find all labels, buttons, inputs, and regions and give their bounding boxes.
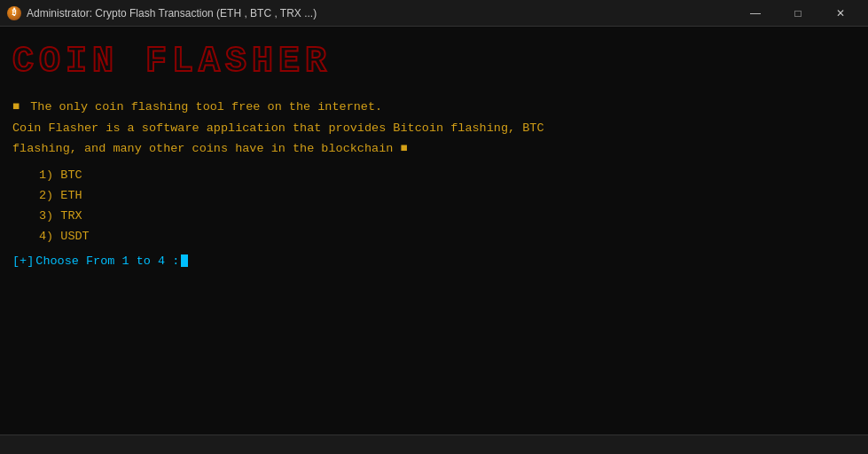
tagline-text: The only coin flashing tool free on the …	[23, 100, 382, 114]
menu-item-1: 1) BTC	[39, 166, 856, 186]
close-button[interactable]: ✕	[820, 0, 861, 27]
titlebar-controls: — □ ✕	[735, 0, 861, 27]
prompt-line[interactable]: [+] Choose From 1 to 4 :	[12, 254, 856, 268]
menu-item-2: 2) ETH	[39, 186, 856, 207]
description-line-1: Coin Flasher is a software application t…	[12, 119, 856, 138]
minimize-button[interactable]: —	[735, 0, 776, 27]
prompt-bracket: [+]	[12, 254, 34, 268]
info-icon: ■	[12, 100, 20, 114]
description-line-2: flashing, and many other coins have in t…	[12, 139, 856, 159]
cursor	[181, 254, 188, 267]
maximize-button[interactable]: □	[778, 0, 818, 27]
menu-item-4: 4) USDT	[39, 227, 856, 247]
desc-icon: ■	[400, 142, 407, 155]
menu-list: 1) BTC 2) ETH 3) TRX 4) USDT	[39, 166, 856, 247]
titlebar-left: ₿ Administrator: Crypto Flash Transactio…	[7, 6, 317, 20]
tagline-line: ■ The only coin flashing tool free on th…	[12, 98, 856, 117]
menu-item-3: 3) TRX	[39, 207, 856, 227]
app-icon: ₿	[7, 6, 21, 20]
titlebar-title: Administrator: Crypto Flash Transaction …	[27, 7, 317, 20]
app-title-block: COIN FLASHER	[12, 42, 856, 82]
prompt-text: Choose From 1 to 4 :	[35, 254, 179, 268]
app-title: COIN FLASHER	[12, 42, 332, 82]
titlebar: ₿ Administrator: Crypto Flash Transactio…	[0, 0, 868, 27]
statusbar	[0, 434, 868, 454]
terminal: COIN FLASHER ■ The only coin flashing to…	[0, 27, 868, 454]
